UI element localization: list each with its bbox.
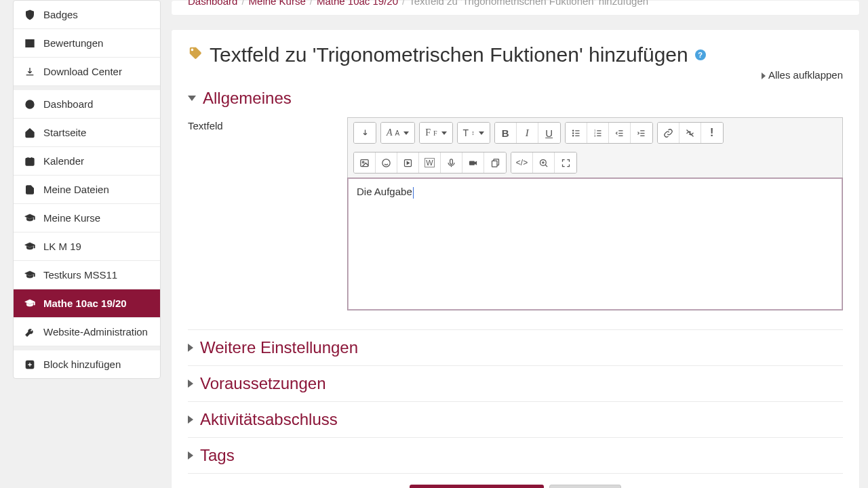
toolbar-media[interactable] xyxy=(397,152,419,173)
sidebar-item-badges[interactable]: Badges xyxy=(14,1,160,29)
shield-icon xyxy=(24,9,35,20)
sidebar-item-label: Mathe 10ac 19/20 xyxy=(43,298,127,309)
toolbar-underline[interactable]: U xyxy=(538,123,560,143)
sidebar-item-dashboard[interactable]: Dashboard xyxy=(14,90,160,119)
svg-point-6 xyxy=(572,135,573,136)
file-icon xyxy=(24,184,35,195)
svg-rect-2 xyxy=(26,158,34,165)
section-completion: Aktivitätsabschluss xyxy=(188,402,843,438)
plus-square-icon xyxy=(24,359,35,370)
breadcrumb-link[interactable]: Mathe 10ac 19/20 xyxy=(317,0,398,7)
toolbar-outdent[interactable] xyxy=(609,123,631,143)
sidebar-item-block-add[interactable]: Block hinzufügen xyxy=(14,350,160,378)
sidebar-item-admin[interactable]: Website-Administration xyxy=(14,318,160,346)
sidebar-item-label: LK M 19 xyxy=(43,241,81,252)
section-prereq: Voraussetzungen xyxy=(188,366,843,402)
sidebar-item-label: Website-Administration xyxy=(43,326,148,338)
sidebar-item-download[interactable]: Download Center xyxy=(14,58,160,86)
toolbar-html[interactable]: </> xyxy=(511,152,533,173)
rich-text-editor: AA FF T↕ B I U 123 xyxy=(347,117,843,310)
svg-rect-15 xyxy=(469,161,475,165)
toolbar-italic[interactable]: I xyxy=(517,123,538,143)
chevron-right-icon xyxy=(188,451,193,460)
wrench-icon xyxy=(24,327,35,338)
save-button[interactable]: Speichern und zum Kurs xyxy=(410,485,544,488)
svg-rect-0 xyxy=(26,39,34,47)
svg-point-12 xyxy=(382,159,390,166)
cap-icon xyxy=(24,241,35,252)
sidebar-item-label: Testkurs MSS11 xyxy=(43,269,117,281)
chevron-right-icon xyxy=(188,344,193,352)
toolbar-unlink[interactable] xyxy=(679,123,701,143)
section-further: Weitere Einstellungen xyxy=(188,330,843,366)
section-toggle-tags[interactable]: Tags xyxy=(188,443,843,468)
section-toggle-general[interactable]: Allgemeines xyxy=(188,86,843,110)
sidebar: Badges Bewertungen Download Center Dashb… xyxy=(0,0,168,488)
toolbar-emoji[interactable] xyxy=(376,152,397,173)
sidebar-item-label: Dashboard xyxy=(43,98,93,110)
toolbar-link[interactable] xyxy=(658,123,679,143)
section-tags: Tags xyxy=(188,438,843,474)
toolbar-ul[interactable] xyxy=(566,123,587,143)
sidebar-item-label: Startseite xyxy=(43,127,86,138)
table-icon xyxy=(24,38,35,49)
toolbar-files[interactable] xyxy=(484,152,506,173)
download-icon xyxy=(24,66,35,77)
sidebar-item-meine-kurse[interactable]: Meine Kurse xyxy=(14,204,160,232)
sidebar-item-lkm19[interactable]: LK M 19 xyxy=(14,232,160,261)
svg-rect-17 xyxy=(492,161,497,167)
toolbar-paragraph[interactable]: T↕ xyxy=(458,123,490,143)
cap-icon xyxy=(24,298,35,309)
cap-icon xyxy=(24,213,35,224)
breadcrumb-link[interactable]: Meine Kurse xyxy=(249,0,306,7)
editor-textarea[interactable]: Die Aufgabe xyxy=(347,178,843,310)
help-icon[interactable]: ? xyxy=(695,49,706,60)
toolbar-zoom[interactable] xyxy=(533,152,555,173)
breadcrumb-link[interactable]: Dashboard xyxy=(188,0,237,7)
toolbar-image[interactable] xyxy=(354,152,376,173)
chevron-right-icon xyxy=(188,380,193,388)
svg-point-11 xyxy=(362,161,364,163)
toolbar-fullscreen[interactable] xyxy=(555,152,576,173)
sidebar-item-meine-dateien[interactable]: Meine Dateien xyxy=(14,176,160,204)
sidebar-item-label: Block hinzufügen xyxy=(43,359,121,370)
svg-point-4 xyxy=(572,130,573,131)
svg-text:3: 3 xyxy=(594,134,596,137)
sidebar-item-label: Meine Kurse xyxy=(43,212,100,224)
sidebar-item-label: Badges xyxy=(43,9,78,20)
cancel-button[interactable]: Abbrechen xyxy=(549,485,622,488)
sidebar-item-bewertungen[interactable]: Bewertungen xyxy=(14,29,160,58)
sidebar-item-testkurs[interactable]: Testkurs MSS11 xyxy=(14,261,160,289)
toolbar-mic[interactable] xyxy=(441,152,462,173)
editor-toolbar: AA FF T↕ B I U 123 xyxy=(348,118,842,178)
toolbar-indent[interactable] xyxy=(631,123,652,143)
sidebar-item-label: Meine Dateien xyxy=(43,184,109,195)
svg-rect-14 xyxy=(450,159,453,164)
toolbar-nolink[interactable]: ! xyxy=(701,123,723,143)
toolbar-bold[interactable]: B xyxy=(495,123,517,143)
section-toggle-prereq[interactable]: Voraussetzungen xyxy=(188,371,843,396)
home-icon xyxy=(24,127,35,138)
toolbar-video[interactable] xyxy=(462,152,484,173)
toolbar-font-family[interactable]: AA xyxy=(381,123,414,143)
toolbar-font-size[interactable]: FF xyxy=(420,123,452,143)
sidebar-item-kalender[interactable]: Kalender xyxy=(14,147,160,176)
sidebar-item-mathe10ac[interactable]: Mathe 10ac 19/20 xyxy=(14,289,160,318)
section-general: Allgemeines Textfeld AA FF T↕ B xyxy=(188,81,843,330)
calendar-icon xyxy=(24,156,35,167)
expand-all-link[interactable]: Alles aufklappen xyxy=(762,69,843,81)
svg-rect-10 xyxy=(361,159,368,166)
section-toggle-further[interactable]: Weitere Einstellungen xyxy=(188,336,843,360)
cap-icon xyxy=(24,270,35,281)
svg-point-5 xyxy=(572,132,573,133)
label-icon xyxy=(188,45,203,64)
toolbar-ol[interactable]: 123 xyxy=(587,123,609,143)
chevron-right-icon xyxy=(188,415,193,424)
sidebar-item-startseite[interactable]: Startseite xyxy=(14,119,160,147)
page-title: Textfeld zu 'Trigonometrischen Fuktionen… xyxy=(188,43,843,66)
sidebar-item-label: Download Center xyxy=(43,66,122,77)
breadcrumb-current: Textfeld zu 'Trigonometrischen Fuktionen… xyxy=(409,0,648,7)
toolbar-toggle-button[interactable] xyxy=(354,123,376,143)
toolbar-equation[interactable]: W xyxy=(419,152,441,173)
section-toggle-completion[interactable]: Aktivitätsabschluss xyxy=(188,407,843,432)
